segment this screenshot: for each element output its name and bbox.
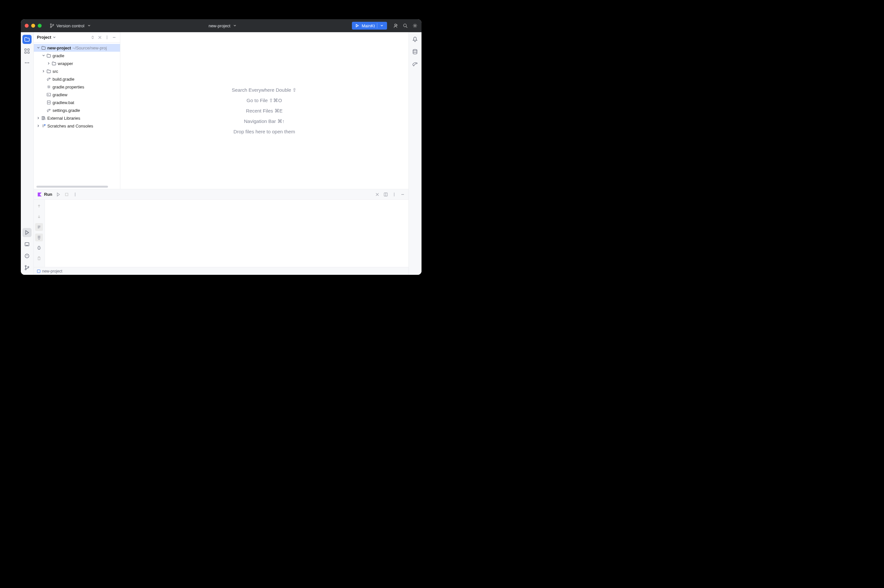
collapse-all-icon[interactable]	[97, 35, 102, 40]
chevron-down-icon	[41, 54, 46, 57]
run-body	[34, 200, 408, 267]
svg-point-12	[28, 63, 29, 63]
tree-item-gradle[interactable]: gradle	[34, 52, 120, 60]
scratch-icon	[41, 124, 46, 128]
vcs-tool-button[interactable]	[23, 263, 32, 272]
tree-item-settings-gradle[interactable]: settings.gradle	[34, 106, 120, 114]
tree-item-gradlew-bat[interactable]: BAT gradlew.bat	[34, 99, 120, 106]
notifications-tool-button[interactable]	[410, 35, 420, 44]
ide-body: Project	[21, 32, 422, 275]
tree-item-external-libraries[interactable]: External Libraries	[34, 114, 120, 122]
scroll-to-end-icon[interactable]	[35, 234, 43, 242]
run-more-icon[interactable]	[392, 192, 397, 197]
select-opened-file-icon[interactable]	[90, 35, 95, 40]
main-area: Project	[34, 32, 408, 275]
hide-run-panel-icon[interactable]	[400, 192, 405, 197]
gear-icon	[46, 84, 51, 89]
svg-point-29	[75, 192, 75, 193]
tree-item-label: gradlew.bat	[53, 100, 75, 105]
tree-item-label: gradlew	[53, 92, 68, 97]
run-panel-title-label: Run	[44, 192, 53, 197]
stop-icon[interactable]	[64, 192, 69, 197]
settings-icon[interactable]	[413, 23, 417, 28]
editor-empty-state[interactable]: Search Everywhere Double ⇧ Go to File ⇧⌘…	[120, 32, 408, 189]
tree-item-wrapper[interactable]: wrapper	[34, 60, 120, 68]
gradle-icon	[46, 108, 51, 112]
version-control-menu[interactable]: Version control	[47, 22, 94, 30]
svg-point-11	[27, 63, 28, 63]
problems-tool-button[interactable]	[23, 251, 32, 261]
more-tool-button[interactable]	[23, 58, 32, 68]
code-with-me-icon[interactable]	[393, 23, 398, 28]
status-indicator-icon[interactable]	[37, 270, 41, 273]
library-icon	[41, 116, 46, 120]
run-configuration[interactable]: MainKt	[352, 22, 387, 30]
tree-item-src[interactable]: src	[34, 68, 120, 75]
version-control-label: Version control	[57, 23, 84, 28]
project-panel-title-label: Project	[37, 35, 51, 40]
svg-rect-9	[28, 52, 29, 53]
database-tool-button[interactable]	[410, 47, 420, 56]
maximize-window-button[interactable]	[38, 24, 42, 28]
layout-icon[interactable]	[383, 192, 388, 197]
rerun-icon[interactable]	[56, 192, 61, 197]
hint-search-everywhere: Search Everywhere Double ⇧	[232, 87, 297, 93]
close-window-button[interactable]	[25, 24, 29, 28]
panel-options-icon[interactable]	[104, 35, 110, 40]
gradle-tool-button[interactable]	[410, 60, 420, 69]
run-panel: Run	[34, 189, 408, 267]
svg-point-19	[107, 37, 107, 38]
chevron-down-icon	[232, 23, 237, 28]
print-icon[interactable]	[35, 244, 43, 252]
svg-point-16	[25, 268, 26, 270]
svg-rect-28	[65, 193, 68, 196]
upper-area: Project	[34, 32, 408, 189]
hint-navigation-bar: Navigation Bar ⌘↑	[244, 118, 285, 124]
run-options-icon[interactable]	[72, 192, 78, 197]
minimize-window-button[interactable]	[31, 24, 35, 28]
titlebar: Version control new-project MainKt	[21, 19, 422, 32]
project-panel-title[interactable]: Project	[37, 35, 56, 40]
svg-point-15	[25, 266, 26, 267]
svg-point-5	[414, 25, 415, 26]
tree-root[interactable]: new-project ~/Source/new-proj	[34, 44, 120, 52]
search-icon[interactable]	[403, 23, 408, 28]
run-tool-button[interactable]	[23, 228, 32, 237]
branch-icon	[50, 23, 55, 28]
project-name-dropdown[interactable]: new-project	[206, 22, 240, 30]
svg-point-34	[393, 194, 394, 195]
run-panel-title: Run	[37, 192, 53, 197]
terminal-tool-button[interactable]	[23, 240, 32, 249]
separator	[377, 23, 377, 28]
close-tab-icon[interactable]	[375, 192, 380, 197]
structure-tool-button[interactable]	[23, 46, 32, 56]
window-controls	[25, 24, 42, 28]
clear-icon[interactable]	[35, 254, 43, 262]
soft-wrap-icon[interactable]	[35, 223, 43, 231]
project-tree[interactable]: new-project ~/Source/new-proj gradle wra…	[34, 43, 120, 189]
folder-icon	[46, 53, 51, 58]
svg-rect-7	[28, 49, 29, 50]
run-output[interactable]	[46, 201, 407, 266]
svg-point-27	[44, 124, 45, 126]
svg-point-3	[395, 24, 396, 26]
tree-item-gradlew[interactable]: gradlew	[34, 91, 120, 99]
project-panel: Project	[34, 32, 120, 189]
horizontal-scrollbar[interactable]	[36, 186, 108, 188]
tree-item-scratches[interactable]: Scratches and Consoles	[34, 122, 120, 130]
up-stack-icon[interactable]	[35, 202, 43, 210]
down-stack-icon[interactable]	[35, 213, 43, 220]
tree-item-build-gradle[interactable]: build.gradle	[34, 75, 120, 83]
svg-point-31	[75, 195, 75, 196]
chevron-right-icon	[36, 116, 41, 120]
svg-point-37	[413, 50, 417, 51]
project-tool-button[interactable]	[23, 35, 32, 44]
left-toolbar	[21, 32, 34, 275]
chevron-down-icon	[53, 36, 56, 39]
svg-point-30	[75, 194, 75, 195]
tree-item-gradle-properties[interactable]: gradle.properties	[34, 83, 120, 91]
hide-panel-icon[interactable]	[111, 35, 117, 40]
ide-window: Version control new-project MainKt	[21, 19, 422, 275]
statusbar: new-project	[34, 267, 408, 275]
svg-rect-8	[25, 52, 26, 53]
